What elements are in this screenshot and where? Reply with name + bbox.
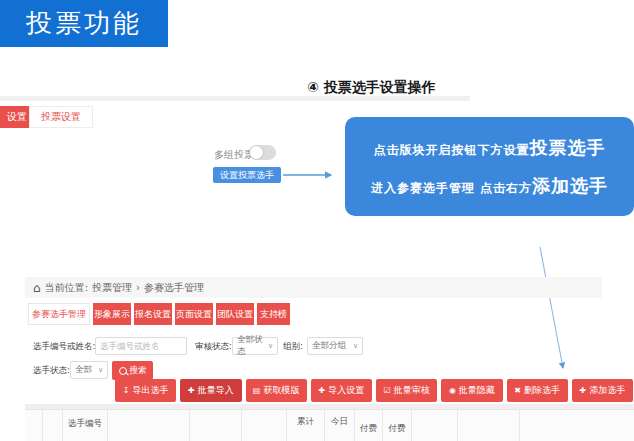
breadcrumb-parent[interactable]: 投票管理 xyxy=(92,281,132,295)
batch-hide-button[interactable]: ◉ 批量隐藏 xyxy=(441,379,502,402)
multi-group-vote-toggle[interactable] xyxy=(249,145,276,160)
banner-title: 投票功能 xyxy=(26,6,142,41)
audit-status-label: 审核状态: xyxy=(195,341,232,353)
tab-player-management[interactable]: 参赛选手管理 xyxy=(28,303,90,325)
col-total-votes: 累计 xyxy=(287,410,325,441)
tab-signup-settings[interactable]: 报名设置 xyxy=(134,303,172,325)
breadcrumb-separator-icon: › xyxy=(136,282,140,293)
col-extra-4 xyxy=(458,410,520,441)
col-actions xyxy=(520,410,634,441)
set-vote-players-button[interactable]: 设置投票选手 xyxy=(213,167,281,183)
import-settings-button[interactable]: ✚ 导入设置 xyxy=(311,379,372,402)
chevron-down-icon: ∨ xyxy=(268,342,273,350)
group-label: 组别: xyxy=(283,341,303,353)
download-icon: ↧ xyxy=(123,387,130,395)
col-paid2-label: 付费 xyxy=(389,423,406,441)
document-icon: ▤ xyxy=(253,387,261,395)
search-button[interactable]: 搜索 xyxy=(112,361,153,380)
tab-vote-settings[interactable]: 投票设置 xyxy=(29,106,93,128)
tab-support-rank[interactable]: 支持榜 xyxy=(257,303,290,325)
home-icon: ⌂ xyxy=(33,282,41,294)
delete-players-label: 删除选手 xyxy=(524,384,560,397)
get-template-button[interactable]: ▤ 获取模版 xyxy=(246,379,307,402)
col-total-label: 累计 xyxy=(297,416,314,441)
group-select[interactable]: 全部分组 ∨ xyxy=(307,337,363,355)
audit-status-value: 全部状态 xyxy=(237,334,268,358)
step-heading: ④ 投票选手设置操作 xyxy=(307,79,436,97)
plus-icon: ✚ xyxy=(188,387,195,395)
breadcrumb-current: 参赛选手管理 xyxy=(144,281,204,295)
table-header-row: 选手编号 累计 今日 付费 付费 xyxy=(25,409,634,441)
callout-line-2: 进入参赛选手管理 点击右方 添加选手 xyxy=(345,174,634,198)
col-extra-2 xyxy=(242,410,287,441)
batch-audit-label: 批量审核 xyxy=(394,384,430,397)
player-status-label: 选手状态: xyxy=(33,365,70,377)
tab-image-display[interactable]: 形象展示 xyxy=(93,303,131,325)
col-checkbox xyxy=(25,410,43,441)
player-name-input[interactable] xyxy=(95,337,187,355)
col-player-id-label: 选手编号 xyxy=(68,418,102,441)
player-status-select[interactable]: 全部 ∨ xyxy=(70,361,108,379)
player-status-value: 全部 xyxy=(75,364,92,376)
add-player-button[interactable]: ✚ 添加选手 xyxy=(572,379,633,402)
tab-settings-cut[interactable]: 设置 xyxy=(0,106,30,128)
col-today-label: 今日 xyxy=(331,416,348,441)
col-index xyxy=(43,410,63,441)
trash-icon: ✖ xyxy=(514,387,521,395)
callout-line1-text: 点击版块开启按钮下方设置 xyxy=(374,142,530,159)
batch-audit-button[interactable]: ☑ 批量审核 xyxy=(376,379,437,402)
search-icon xyxy=(119,367,127,375)
col-paid-amount: 付费 xyxy=(383,410,412,441)
group-value: 全部分组 xyxy=(312,340,346,352)
plus-icon: ✚ xyxy=(319,387,326,395)
batch-import-label: 批量导入 xyxy=(198,384,234,397)
get-template-label: 获取模版 xyxy=(263,384,299,397)
export-players-label: 导出选手 xyxy=(132,384,168,397)
bulk-action-toolbar: ↧ 导出选手 ✚ 批量导入 ▤ 获取模版 ✚ 导入设置 ☑ 批量审核 ◉ 批量隐… xyxy=(115,379,633,402)
batch-import-button[interactable]: ✚ 批量导入 xyxy=(180,379,241,402)
toggle-knob xyxy=(250,146,263,159)
breadcrumb-prefix: 当前位置: xyxy=(45,281,88,295)
export-players-button[interactable]: ↧ 导出选手 xyxy=(115,379,176,402)
multi-group-vote-label: 多组投票 xyxy=(214,148,254,162)
tab-page-settings[interactable]: 页面设置 xyxy=(175,303,213,325)
col-player-info xyxy=(108,410,190,441)
col-extra-3 xyxy=(412,410,458,441)
col-player-id: 选手编号 xyxy=(63,410,108,441)
callout-line1-emphasis: 投票选手 xyxy=(530,136,606,160)
delete-players-button[interactable]: ✖ 删除选手 xyxy=(507,379,568,402)
chevron-down-icon: ∨ xyxy=(98,366,103,374)
callout-line2-text: 进入参赛选手管理 点击右方 xyxy=(371,180,532,197)
search-button-label: 搜索 xyxy=(130,365,147,377)
col-paid-votes: 付费 xyxy=(355,410,383,441)
col-today-votes: 今日 xyxy=(325,410,355,441)
col-paid1-label: 付费 xyxy=(360,423,377,441)
add-player-label: 添加选手 xyxy=(589,384,625,397)
arrow-to-add-player xyxy=(540,247,563,368)
page: 投票功能 ④ 投票选手设置操作 设置 投票设置 多组投票 设置投票选手 点击版块… xyxy=(0,0,634,441)
audit-status-select[interactable]: 全部状态 ∨ xyxy=(232,337,278,355)
import-settings-label: 导入设置 xyxy=(328,384,364,397)
instruction-callout: 点击版块开启按钮下方设置 投票选手 进入参赛选手管理 点击右方 添加选手 xyxy=(345,117,634,216)
eye-icon: ◉ xyxy=(449,387,456,395)
feature-banner: 投票功能 xyxy=(0,0,168,47)
player-name-label: 选手编号或姓名: xyxy=(33,341,95,353)
breadcrumb: ⌂ 当前位置: 投票管理 › 参赛选手管理 xyxy=(25,277,602,298)
col-extra-1 xyxy=(190,410,242,441)
plus-icon: ✚ xyxy=(580,387,587,395)
callout-line2-emphasis: 添加选手 xyxy=(532,174,608,198)
tab-team-settings[interactable]: 团队设置 xyxy=(216,303,254,325)
batch-hide-label: 批量隐藏 xyxy=(459,384,495,397)
chevron-down-icon: ∨ xyxy=(353,342,358,350)
checkbox-check-icon: ☑ xyxy=(384,387,391,395)
callout-line-1: 点击版块开启按钮下方设置 投票选手 xyxy=(345,136,634,160)
panel-divider xyxy=(0,96,470,101)
